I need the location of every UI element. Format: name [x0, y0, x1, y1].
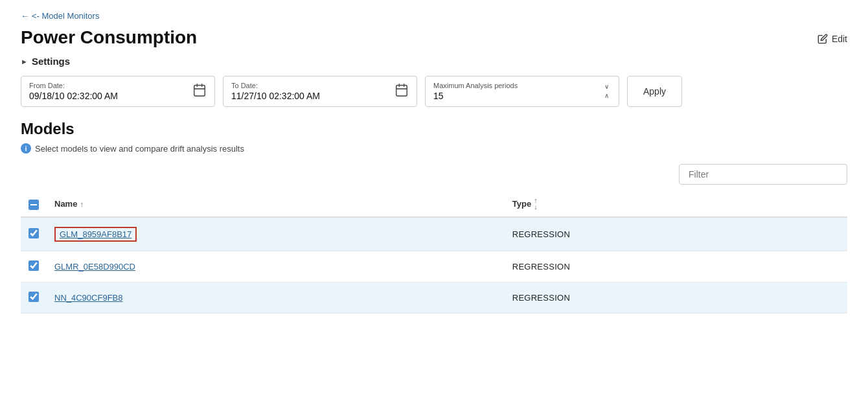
apply-button[interactable]: Apply [627, 76, 682, 107]
to-date-value: 11/27/10 02:32:00 AM [231, 91, 320, 101]
table-row: NN_4C90CF9FB8REGRESSION [21, 283, 847, 314]
model-link[interactable]: GLMR_0E58D990CD [54, 262, 135, 272]
back-link[interactable]: ← <- Model Monitors [21, 11, 99, 21]
row-name-cell: GLM_8959AF8B17 [47, 217, 505, 251]
table-row: GLMR_0E58D990CDREGRESSION [21, 251, 847, 283]
name-col-label: Name [54, 199, 77, 209]
from-date-inner: From Date: 09/18/10 02:32:00 AM [29, 82, 118, 101]
row-type-cell: REGRESSION [505, 251, 847, 283]
row-type-cell: REGRESSION [505, 283, 847, 314]
edit-button[interactable]: Edit [817, 34, 847, 44]
table-header-type[interactable]: Type ↑↓ [505, 191, 847, 217]
row-checkbox-cell [21, 217, 47, 251]
edit-label: Edit [832, 34, 847, 44]
models-table: Name ↑ Type ↑↓ GLM_8959AF [21, 191, 847, 314]
row-checkbox[interactable] [29, 228, 39, 238]
model-name-highlighted: GLM_8959AF8B17 [54, 227, 137, 242]
filter-input-row [21, 164, 847, 185]
settings-section: ► Settings From Date: 09/18/10 02:32:00 … [21, 56, 847, 107]
type-sort-icon: ↑↓ [534, 198, 538, 210]
model-link[interactable]: NN_4C90CF9FB8 [54, 293, 123, 303]
filter-row: From Date: 09/18/10 02:32:00 AM To Date: [21, 76, 847, 107]
models-subtitle-text: Select models to view and compare drift … [35, 144, 244, 154]
row-checkbox-cell [21, 283, 47, 314]
back-arrow-icon: ← [21, 11, 29, 21]
models-section: Models i Select models to view and compa… [21, 120, 847, 314]
settings-toggle[interactable]: ► Settings [21, 56, 847, 67]
type-col-header: Type ↑↓ [512, 198, 538, 210]
svg-rect-4 [396, 85, 407, 96]
models-tbody: GLM_8959AF8B17REGRESSIONGLMR_0E58D990CDR… [21, 217, 847, 314]
settings-label: Settings [32, 56, 70, 67]
row-checkbox[interactable] [29, 261, 39, 271]
row-name-cell: NN_4C90CF9FB8 [47, 283, 505, 314]
row-name-cell: GLMR_0E58D990CD [47, 251, 505, 283]
model-link[interactable]: GLM_8959AF8B17 [60, 229, 131, 239]
filter-input[interactable] [679, 164, 847, 185]
type-col-label: Type [512, 199, 531, 209]
to-date-calendar-icon [394, 83, 409, 100]
max-periods-label: Maximum Analysis periods [433, 82, 518, 89]
max-periods-up-arrow[interactable]: ∧ [602, 92, 611, 100]
back-link-label: <- Model Monitors [32, 11, 99, 21]
max-periods-field[interactable]: Maximum Analysis periods 15 ∨ ∧ [425, 76, 619, 107]
to-date-label: To Date: [231, 82, 320, 89]
max-periods-arrows: ∨ ∧ [602, 83, 611, 100]
table-header: Name ↑ Type ↑↓ [21, 191, 847, 217]
from-date-value: 09/18/10 02:32:00 AM [29, 91, 118, 101]
row-type-value: REGRESSION [512, 229, 570, 239]
name-sort-asc-icon: ↑ [80, 200, 84, 208]
svg-rect-0 [194, 85, 205, 96]
row-checkbox-cell [21, 251, 47, 283]
from-date-label: From Date: [29, 82, 118, 89]
name-col-header: Name ↑ [54, 199, 84, 209]
settings-chevron-icon: ► [21, 58, 28, 65]
table-header-checkbox-cell [21, 191, 47, 217]
max-periods-down-arrow[interactable]: ∨ [602, 83, 611, 91]
max-periods-value: 15 [433, 91, 518, 101]
from-date-calendar-icon [192, 83, 207, 100]
to-date-field[interactable]: To Date: 11/27/10 02:32:00 AM [223, 76, 417, 107]
table-header-name[interactable]: Name ↑ [47, 191, 505, 217]
row-type-cell: REGRESSION [505, 217, 847, 251]
table-row: GLM_8959AF8B17REGRESSION [21, 217, 847, 251]
select-all-checkbox[interactable] [29, 200, 39, 210]
row-checkbox[interactable] [29, 292, 39, 302]
max-periods-inner: Maximum Analysis periods 15 [433, 82, 518, 101]
from-date-field[interactable]: From Date: 09/18/10 02:32:00 AM [21, 76, 215, 107]
row-type-value: REGRESSION [512, 293, 570, 303]
indeterminate-bar [30, 204, 37, 205]
row-type-value: REGRESSION [512, 262, 570, 272]
edit-icon [817, 34, 828, 44]
to-date-inner: To Date: 11/27/10 02:32:00 AM [231, 82, 320, 101]
models-subtitle: i Select models to view and compare drif… [21, 143, 847, 154]
page-title: Power Consumption [21, 27, 847, 48]
info-icon: i [21, 143, 31, 154]
models-title: Models [21, 120, 847, 138]
